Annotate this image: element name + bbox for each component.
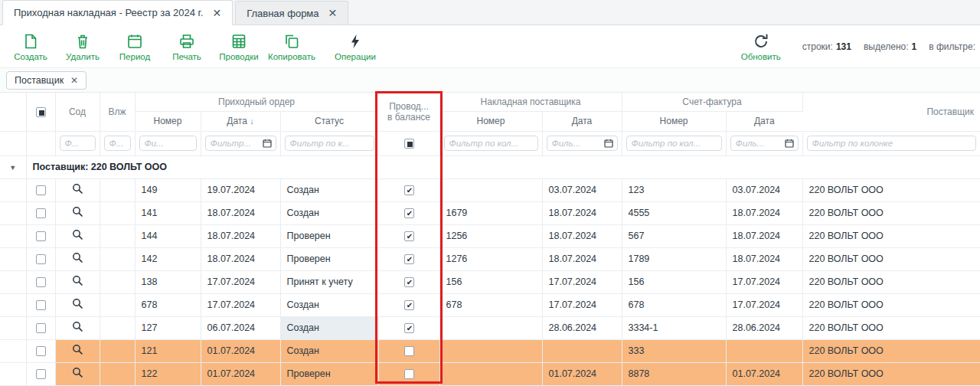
magnifier-icon[interactable]: [72, 183, 83, 195]
collapse-triangle-icon[interactable]: ▼: [9, 164, 16, 172]
content-filter-input[interactable]: [60, 136, 96, 151]
table-row[interactable]: 12706.07.2024Создан28.06.20243334-128.06…: [0, 316, 980, 339]
close-icon[interactable]: ✕: [70, 76, 78, 85]
row-content-cell[interactable]: [55, 293, 100, 316]
group-row[interactable]: ▼ Поставщик: 220 ВОЛЬТ ООО: [0, 155, 980, 178]
balance-cell[interactable]: [378, 224, 439, 247]
content-column-header[interactable]: Сод: [55, 93, 100, 131]
po-number-filter-input[interactable]: [139, 136, 197, 151]
supplier-invoice-number-column-header[interactable]: Номер: [439, 111, 542, 131]
po-number-column-header[interactable]: Номер: [135, 111, 201, 131]
supplier-filter-chip[interactable]: Поставщик ✕: [6, 71, 87, 90]
balance-cell[interactable]: [378, 362, 439, 385]
row-content-cell[interactable]: [55, 201, 100, 224]
balance-checkbox[interactable]: [404, 277, 414, 287]
balance-filter-checkbox[interactable]: [404, 139, 414, 149]
supplier-invoice-date-column-header[interactable]: Дата: [542, 111, 622, 131]
row-select-cell[interactable]: [26, 362, 55, 385]
table-row[interactable]: 14919.07.2024Создан03.07.202412303.07.20…: [0, 178, 980, 201]
po-status-filter-input[interactable]: [285, 136, 374, 151]
supplier-invoice-number-filter-input[interactable]: [444, 136, 538, 151]
refresh-button[interactable]: Обновить: [738, 32, 784, 61]
po-date-filter-input[interactable]: [211, 139, 260, 148]
tab-main-form[interactable]: Главная форма ✕: [235, 1, 348, 25]
attachment-filter-input[interactable]: [104, 136, 131, 151]
magnifier-icon[interactable]: [72, 275, 83, 286]
supplier-invoice-date-filter-input[interactable]: [552, 139, 602, 148]
delete-button[interactable]: Удалить: [60, 32, 106, 61]
row-content-cell[interactable]: [55, 316, 100, 339]
close-icon[interactable]: ✕: [328, 8, 338, 18]
row-checkbox[interactable]: [36, 369, 46, 379]
balance-checkbox[interactable]: [404, 369, 414, 379]
row-select-cell[interactable]: [26, 224, 55, 247]
row-checkbox[interactable]: [36, 254, 46, 264]
row-content-cell[interactable]: [55, 362, 100, 385]
print-button[interactable]: Печать: [164, 32, 210, 61]
magnifier-icon[interactable]: [72, 206, 83, 218]
table-row[interactable]: 12201.07.2024Проверен01.07.2024887801.07…: [0, 362, 980, 385]
row-select-cell[interactable]: [26, 293, 55, 316]
balance-checkbox[interactable]: [404, 323, 414, 333]
row-select-cell[interactable]: [26, 270, 55, 293]
balance-cell[interactable]: [378, 247, 439, 270]
row-checkbox[interactable]: [36, 323, 46, 333]
balance-checkbox[interactable]: [404, 300, 414, 310]
row-checkbox[interactable]: [36, 346, 46, 356]
row-content-cell[interactable]: [55, 247, 100, 270]
balance-checkbox[interactable]: [404, 208, 414, 218]
table-row[interactable]: 14218.07.2024Проверен127618.07.202417891…: [0, 247, 980, 270]
balance-cell[interactable]: [378, 270, 439, 293]
select-all-checkbox[interactable]: [36, 107, 46, 117]
table-row[interactable]: 14418.07.2024Проверен125618.07.202456718…: [0, 224, 980, 247]
row-checkbox[interactable]: [36, 300, 46, 310]
tax-invoice-number-filter-input[interactable]: [626, 136, 722, 151]
copy-button[interactable]: Копировать: [268, 32, 315, 61]
row-select-cell[interactable]: [26, 201, 55, 224]
calendar-icon[interactable]: [263, 139, 272, 148]
row-checkbox[interactable]: [36, 277, 46, 287]
period-button[interactable]: Период: [112, 32, 158, 61]
row-checkbox[interactable]: [36, 231, 46, 241]
balance-checkbox[interactable]: [404, 254, 414, 264]
balance-checkbox[interactable]: [404, 231, 414, 241]
balance-cell[interactable]: [378, 293, 439, 316]
table-row[interactable]: 13817.07.2024Принят к учету15617.07.2024…: [0, 270, 980, 293]
row-select-cell[interactable]: [26, 339, 55, 362]
row-content-cell[interactable]: [55, 339, 100, 362]
balance-cell[interactable]: [378, 178, 439, 201]
magnifier-icon[interactable]: [72, 367, 83, 378]
row-content-cell[interactable]: [55, 270, 100, 293]
row-checkbox[interactable]: [36, 185, 46, 195]
balance-cell[interactable]: [378, 316, 439, 339]
row-content-cell[interactable]: [55, 178, 100, 201]
po-status-column-header[interactable]: Статус: [280, 111, 378, 131]
po-date-column-header[interactable]: Дата ↓: [201, 111, 280, 131]
tax-invoice-date-column-header[interactable]: Дата: [726, 111, 802, 131]
tax-invoice-date-filter-input[interactable]: [736, 139, 782, 148]
tab-incoming-invoice-register[interactable]: Приходная накладная - Реестр за 2024 г. …: [2, 0, 233, 25]
balance-posting-column-header[interactable]: Провод... в балансе: [378, 93, 439, 131]
balance-cell[interactable]: [378, 339, 439, 362]
group-expander-cell[interactable]: ▼: [0, 155, 26, 178]
attachment-column-header[interactable]: Влж: [100, 93, 135, 131]
calendar-icon[interactable]: [785, 139, 794, 148]
magnifier-icon[interactable]: [72, 321, 83, 332]
balance-checkbox[interactable]: [404, 185, 414, 195]
create-button[interactable]: Создать: [8, 32, 54, 61]
row-checkbox[interactable]: [36, 208, 46, 218]
row-select-cell[interactable]: [26, 316, 55, 339]
operations-button[interactable]: Операции: [332, 32, 378, 61]
balance-checkbox[interactable]: [404, 346, 414, 356]
supplier-column-header[interactable]: Поставщик: [802, 93, 980, 131]
table-row[interactable]: 67817.07.2024Создан67817.07.202467817.07…: [0, 293, 980, 316]
row-select-cell[interactable]: [26, 247, 55, 270]
row-content-cell[interactable]: [55, 224, 100, 247]
table-row[interactable]: 12101.07.2024Создан333220 ВОЛЬТ ООО: [0, 339, 980, 362]
calendar-icon[interactable]: [604, 139, 613, 148]
postings-button[interactable]: Проводки: [216, 32, 262, 61]
close-icon[interactable]: ✕: [212, 8, 221, 18]
magnifier-icon[interactable]: [72, 252, 83, 263]
magnifier-icon[interactable]: [72, 298, 83, 309]
magnifier-icon[interactable]: [72, 344, 83, 355]
